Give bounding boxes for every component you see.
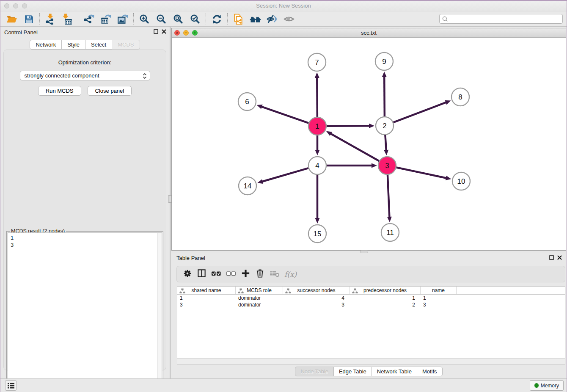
search-input[interactable]: [449, 15, 562, 23]
tab-network[interactable]: Network: [30, 40, 62, 50]
titlebar: Session: New Session: [0, 0, 567, 12]
control-panel: Control Panel Network Style Select MCDS …: [0, 27, 170, 378]
cell-predecessor-nodes[interactable]: 2: [350, 301, 421, 308]
import-table-button[interactable]: [59, 13, 76, 25]
export-image-button[interactable]: [114, 13, 131, 25]
float-panel-icon[interactable]: [154, 29, 158, 34]
column-header-successor-nodes[interactable]: successor nodes: [283, 287, 350, 294]
hide-eye-icon: [267, 15, 276, 23]
graph-edge-1-2[interactable]: [327, 126, 371, 126]
zoom-in-button[interactable]: [136, 13, 153, 25]
graph-edge-arrowhead: [369, 124, 374, 128]
zoom-out-button[interactable]: [153, 13, 170, 25]
cell-mcds-role[interactable]: dominator: [236, 301, 283, 308]
cell-name[interactable]: 1: [421, 295, 457, 301]
tab-style[interactable]: Style: [61, 40, 85, 50]
toolbar-separator: [39, 13, 40, 25]
graph-edge-3-1[interactable]: [330, 133, 379, 161]
table-row[interactable]: 3 dominator 3 2 3: [177, 301, 565, 308]
houses-icon: [250, 17, 261, 22]
mcds-result-textarea[interactable]: 1 3: [8, 232, 162, 390]
cell-successor-nodes[interactable]: 4: [283, 295, 350, 301]
export-network-button[interactable]: [80, 13, 97, 25]
tab-select[interactable]: Select: [85, 40, 112, 50]
table-header-row: shared name MCDS role successor nodes pr…: [177, 287, 565, 295]
control-panel-tabs: Network Style Select MCDS: [0, 40, 170, 50]
zoom-fit-button[interactable]: [170, 13, 187, 25]
save-session-button[interactable]: [20, 13, 37, 25]
graph-edge-arrowhead: [315, 72, 319, 78]
memory-button[interactable]: Memory: [530, 380, 564, 391]
search-field[interactable]: [439, 14, 563, 24]
export-network-icon: [84, 15, 94, 23]
table-row[interactable]: 1 dominator 4 1 1: [177, 295, 565, 301]
tab-edge-table[interactable]: Edge Table: [333, 367, 372, 376]
split-view-button[interactable]: [197, 268, 206, 280]
deselect-all-button[interactable]: [226, 268, 236, 280]
graph-edge-arrowhead: [315, 150, 320, 155]
clone-network-button[interactable]: [230, 13, 247, 25]
column-header-mcds-role[interactable]: MCDS role: [236, 287, 283, 294]
cell-successor-nodes[interactable]: 3: [283, 301, 350, 308]
graph-edge-4-14[interactable]: [261, 168, 308, 182]
graph-edge-3-11[interactable]: [388, 175, 390, 218]
first-neighbors-button[interactable]: [247, 13, 264, 25]
graph-edge-1-6[interactable]: [260, 106, 308, 123]
zoom-in-icon: [140, 15, 148, 22]
graph-edge-1-7[interactable]: [317, 76, 317, 117]
delete-table-button[interactable]: [270, 268, 280, 280]
graph-edge-3-10[interactable]: [396, 168, 448, 179]
tab-node-table[interactable]: Node Table: [295, 367, 334, 376]
close-panel-button[interactable]: Close panel: [88, 86, 132, 96]
add-button[interactable]: [241, 268, 250, 280]
close-table-panel-icon[interactable]: [557, 255, 562, 260]
import-network-icon: [46, 14, 53, 25]
close-panel-icon[interactable]: [162, 29, 166, 34]
graph-node-label: 3: [385, 162, 389, 170]
column-header-predecessor-nodes[interactable]: predecessor nodes: [350, 287, 421, 294]
open-session-button[interactable]: [3, 13, 20, 25]
table-settings-button[interactable]: [183, 269, 192, 280]
tab-mcds[interactable]: MCDS: [112, 40, 140, 50]
delete-button[interactable]: [255, 268, 265, 280]
result-scrollbar[interactable]: [157, 233, 162, 389]
graph-edge-2-8[interactable]: [394, 102, 448, 122]
select-all-button[interactable]: [211, 268, 221, 280]
cell-shared-name[interactable]: 3: [177, 301, 236, 308]
graph-edge-2-3[interactable]: [385, 135, 386, 152]
delete-table-icon: [270, 271, 280, 277]
export-table-button[interactable]: [97, 13, 114, 25]
cell-predecessor-nodes[interactable]: 1: [350, 295, 421, 301]
network-view-window: × − + scc.txt 7968124314101511: [171, 28, 566, 251]
hide-selected-button[interactable]: [264, 13, 281, 25]
table-horizontal-scrollbar[interactable]: [177, 358, 565, 365]
task-history-button[interactable]: [5, 380, 17, 391]
apply-layout-button[interactable]: [208, 13, 225, 25]
network-window-titlebar[interactable]: × − + scc.txt: [172, 28, 566, 38]
float-table-panel-icon[interactable]: [549, 255, 554, 260]
column-header-name[interactable]: name: [421, 287, 457, 294]
graph-edge-arrowhead: [372, 163, 377, 168]
zoom-fit-icon: [174, 15, 182, 22]
column-header-shared-name[interactable]: shared name: [177, 287, 236, 294]
cell-shared-name[interactable]: 1: [177, 295, 236, 301]
zoom-selected-button[interactable]: [187, 13, 204, 25]
graph-node-label: 1: [315, 122, 319, 130]
show-hidden-button[interactable]: [281, 13, 297, 25]
network-canvas[interactable]: 7968124314101511: [172, 38, 566, 250]
horizontal-split-handle[interactable]: [361, 250, 368, 253]
graph-node-label: 6: [245, 98, 249, 106]
result-line: 3: [8, 241, 162, 248]
tree-icon: [238, 289, 243, 294]
run-mcds-button[interactable]: Run MCDS: [38, 86, 81, 96]
tab-network-table[interactable]: Network Table: [372, 367, 417, 376]
graph-edge-2-9[interactable]: [384, 75, 385, 116]
criterion-select[interactable]: strongly connected component: [20, 71, 150, 80]
cell-mcds-role[interactable]: dominator: [236, 295, 283, 301]
toolbar-separator: [78, 13, 78, 25]
cell-name[interactable]: 3: [421, 301, 457, 308]
import-network-button[interactable]: [42, 13, 59, 25]
tab-motifs[interactable]: Motifs: [417, 367, 443, 376]
function-builder-button[interactable]: f(x): [284, 270, 297, 279]
result-line: 1: [8, 233, 162, 241]
